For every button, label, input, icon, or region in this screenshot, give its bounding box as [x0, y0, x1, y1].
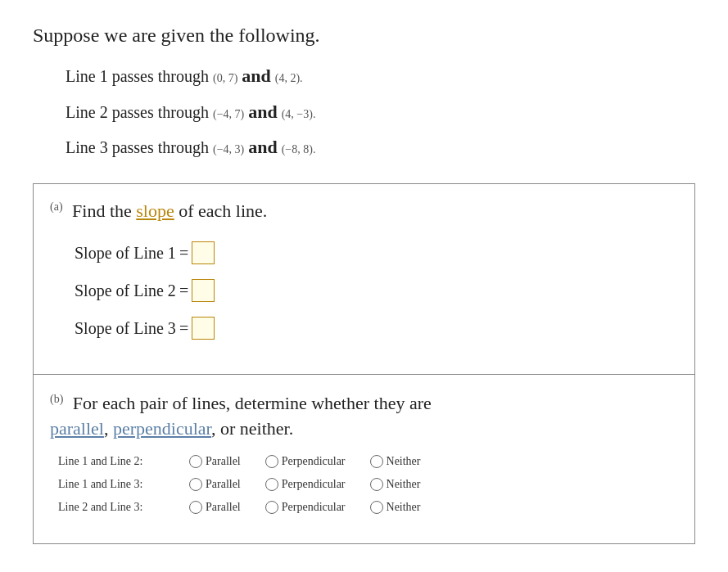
- line1-coord2: (4, 2).: [275, 72, 303, 84]
- radio-label-neither-1-3: Neither: [387, 478, 421, 491]
- line2-coord1: (−4, 7): [213, 108, 244, 120]
- radio-label-parallel-1-3: Parallel: [206, 478, 241, 491]
- radio-label-parallel-2-3: Parallel: [206, 501, 241, 514]
- part-a-title: (a) Find the slope of each line.: [50, 200, 678, 222]
- slope-input-1[interactable]: [192, 241, 215, 264]
- radio-row-label-1-3: Line 1 and Line 3:: [58, 478, 189, 491]
- line2-coord2: (4, −3).: [282, 108, 316, 120]
- intro-title: Suppose we are given the following.: [33, 25, 695, 47]
- intro-section: Suppose we are given the following. Line…: [33, 25, 695, 164]
- part-a: (a) Find the slope of each line. Slope o…: [34, 184, 694, 375]
- line3-coord2: (−8, 8).: [282, 143, 316, 155]
- radio-input-parallel-1-3[interactable]: [189, 478, 202, 491]
- radio-neither-1-2[interactable]: Neither: [370, 455, 421, 468]
- radio-input-neither-1-2[interactable]: [370, 455, 383, 468]
- line1-coord1: (0, 7): [213, 72, 237, 84]
- radio-input-parallel-2-3[interactable]: [189, 501, 202, 514]
- slope-label-3: Slope of Line 3: [75, 319, 176, 338]
- radio-neither-1-3[interactable]: Neither: [370, 478, 421, 491]
- part-b-title: (b) For each pair of lines, determine wh…: [50, 391, 678, 442]
- radio-perp-1-2[interactable]: Perpendicular: [265, 455, 346, 468]
- line3-coord1: (−4, 3): [213, 143, 244, 155]
- radio-input-parallel-1-2[interactable]: [189, 455, 202, 468]
- radio-parallel-1-2[interactable]: Parallel: [189, 455, 241, 468]
- radio-input-perp-2-3[interactable]: [265, 501, 278, 514]
- slope-row-3: Slope of Line 3 =: [50, 317, 678, 340]
- part-b: (b) For each pair of lines, determine wh…: [34, 375, 694, 543]
- radio-label-neither-2-3: Neither: [387, 501, 421, 514]
- intro-line-3: Line 3 passes through (−4, 3) and (−8, 8…: [66, 131, 695, 164]
- slope-row-1: Slope of Line 1 =: [50, 241, 678, 264]
- slope-input-2[interactable]: [192, 279, 215, 302]
- line2-and: and: [248, 101, 277, 122]
- radio-input-perp-1-2[interactable]: [265, 455, 278, 468]
- line3-and: and: [248, 137, 277, 157]
- equals-1: =: [179, 244, 188, 263]
- line1-and: and: [242, 65, 270, 86]
- radio-label-perp-2-3: Perpendicular: [282, 501, 346, 514]
- radio-label-perp-1-3: Perpendicular: [282, 478, 346, 491]
- radio-input-neither-1-3[interactable]: [370, 478, 383, 491]
- slope-row-2: Slope of Line 2 =: [50, 279, 678, 302]
- intro-line-2: Line 2 passes through (−4, 7) and (4, −3…: [66, 96, 695, 128]
- radio-input-perp-1-3[interactable]: [265, 478, 278, 491]
- slope-label-2: Slope of Line 2: [75, 281, 176, 300]
- equals-3: =: [179, 319, 188, 338]
- part-b-label: (b): [50, 393, 63, 405]
- radio-parallel-1-3[interactable]: Parallel: [189, 478, 241, 491]
- parts-container: (a) Find the slope of each line. Slope o…: [33, 183, 695, 544]
- radio-parallel-2-3[interactable]: Parallel: [189, 501, 241, 514]
- perpendicular-link[interactable]: perpendicular: [113, 418, 211, 439]
- radio-neither-2-3[interactable]: Neither: [370, 501, 421, 514]
- radio-row-lines-2-3: Line 2 and Line 3: Parallel Perpendicula…: [50, 501, 678, 514]
- intro-line-1: Line 1 passes through (0, 7) and (4, 2).: [66, 60, 695, 92]
- slope-link[interactable]: slope: [136, 200, 174, 221]
- radio-input-neither-2-3[interactable]: [370, 501, 383, 514]
- radio-perp-2-3[interactable]: Perpendicular: [265, 501, 346, 514]
- radio-row-label-1-2: Line 1 and Line 2:: [58, 455, 189, 468]
- slope-label-1: Slope of Line 1: [75, 244, 176, 263]
- radio-label-parallel-1-2: Parallel: [206, 455, 241, 468]
- equals-2: =: [179, 281, 188, 300]
- radio-row-label-2-3: Line 2 and Line 3:: [58, 501, 189, 514]
- parallel-link[interactable]: parallel: [50, 418, 104, 439]
- radio-perp-1-3[interactable]: Perpendicular: [265, 478, 346, 491]
- radio-label-neither-1-2: Neither: [387, 455, 421, 468]
- radio-row-lines-1-3: Line 1 and Line 3: Parallel Perpendicula…: [50, 478, 678, 491]
- radio-row-lines-1-2: Line 1 and Line 2: Parallel Perpendicula…: [50, 455, 678, 468]
- intro-lines: Line 1 passes through (0, 7) and (4, 2).…: [33, 60, 695, 164]
- part-a-label: (a): [50, 200, 63, 213]
- slope-input-3[interactable]: [192, 317, 215, 340]
- radio-label-perp-1-2: Perpendicular: [282, 455, 346, 468]
